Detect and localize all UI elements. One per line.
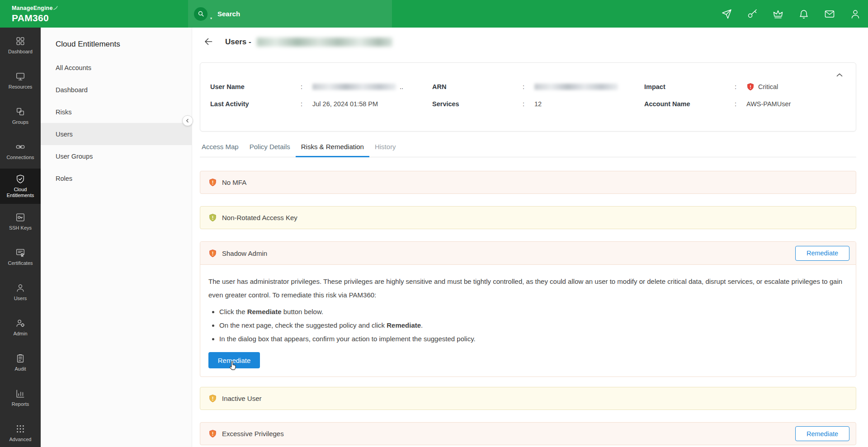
- secondary-sidebar-title: Cloud Entitlements: [41, 28, 192, 49]
- field-label: Last Activity: [210, 100, 301, 108]
- user-account-icon[interactable]: [850, 9, 861, 19]
- field-arn: ARN :: [432, 81, 644, 93]
- topbar: ManageEngine PAM360 ▾ Search: [0, 0, 868, 28]
- sidebar-item-label: Groups: [11, 119, 30, 125]
- brand-swoosh-icon: [53, 4, 58, 11]
- key-icon[interactable]: [747, 9, 758, 19]
- dashboard-icon: [15, 36, 25, 46]
- risk-list: No MFA Non-Rotated Access Key Shadow Adm…: [200, 171, 856, 445]
- risk-card-excessive-privileges[interactable]: Excessive Privileges Remediate: [200, 422, 856, 445]
- field-value: [534, 84, 618, 90]
- risk-shield-icon: [208, 178, 217, 187]
- subnav-label: All Accounts: [56, 64, 91, 71]
- sidebar-item-label: Resources: [7, 84, 34, 90]
- risk-card-shadow-admin: Shadow Admin Remediate The user has admi…: [200, 241, 856, 377]
- search-icon: [194, 7, 208, 21]
- subnav-item-users[interactable]: Users: [41, 123, 192, 145]
- mail-icon[interactable]: [824, 9, 835, 19]
- user-details-grid: User Name : .. ARN : Impact : Cr: [200, 63, 856, 110]
- main-content: Users - User Name : .. ARN : Impac: [192, 28, 868, 447]
- remediate-action-button[interactable]: Remediate: [208, 352, 260, 368]
- remediate-button-shadow-admin[interactable]: Remediate: [795, 246, 849, 261]
- tab-access-map[interactable]: Access Map: [200, 142, 244, 157]
- search-scope-caret-icon: ▾: [210, 16, 212, 20]
- page-title: Users -: [225, 38, 251, 47]
- tab-risks-remediation[interactable]: Risks & Remediation: [296, 142, 369, 157]
- sidebar-item-dashboard[interactable]: Dashboard: [0, 28, 41, 63]
- sidebar-item-users[interactable]: Users: [0, 274, 41, 310]
- brand-name: ManageEngine: [12, 5, 53, 11]
- risk-shield-icon: [208, 249, 217, 258]
- subnav-item-user-groups[interactable]: User Groups: [41, 145, 192, 167]
- ssh-keys-icon: [15, 212, 25, 222]
- sidebar-item-connections[interactable]: Connections: [0, 133, 41, 169]
- redacted-arn-value: [534, 84, 618, 90]
- risk-card-header[interactable]: Shadow Admin Remediate: [200, 242, 856, 265]
- subnav-item-all-accounts[interactable]: All Accounts: [41, 56, 192, 79]
- risk-card-body: The user has administrator privileges. T…: [200, 265, 856, 376]
- sidebar-item-resources[interactable]: Resources: [0, 63, 41, 98]
- sidebar-item-admin[interactable]: Admin: [0, 310, 41, 345]
- field-label: ARN: [432, 83, 523, 90]
- sidebar-item-label: Advanced: [8, 437, 33, 442]
- connections-icon: [15, 142, 25, 152]
- colon: :: [523, 100, 534, 108]
- field-account-name: Account Name : AWS-PAMUser: [644, 98, 847, 110]
- risk-label: Excessive Privileges: [222, 430, 284, 438]
- sidebar-item-label: Admin: [12, 331, 28, 337]
- certificates-icon: [15, 248, 25, 258]
- field-label: Impact: [644, 83, 735, 90]
- groups-icon: [15, 107, 25, 117]
- back-button[interactable]: [203, 36, 214, 48]
- chevron-left-icon: [184, 117, 192, 125]
- step-text: In the dialog box that appears, confirm …: [219, 335, 476, 343]
- risk-shield-icon: [208, 429, 217, 438]
- user-details-card: User Name : .. ARN : Impact : Cr: [200, 62, 856, 132]
- search-placeholder: Search: [217, 10, 240, 18]
- sidebar-item-label: Users: [13, 296, 28, 301]
- subnav-label: Risks: [56, 108, 71, 116]
- tab-history[interactable]: History: [369, 142, 401, 157]
- product-name: PAM360: [12, 13, 58, 23]
- card-collapse-button[interactable]: [834, 70, 845, 81]
- subnav-item-roles[interactable]: Roles: [41, 167, 192, 189]
- risk-shield-icon: [208, 213, 217, 222]
- subnav-item-dashboard[interactable]: Dashboard: [41, 79, 192, 101]
- sidebar-item-label: Audit: [13, 366, 27, 372]
- subnav-item-risks[interactable]: Risks: [41, 101, 192, 123]
- field-label: Account Name: [644, 100, 735, 108]
- remediate-button-excessive-privileges[interactable]: Remediate: [795, 426, 849, 441]
- redacted-user-name-value: [312, 84, 396, 90]
- risk-card-no-mfa[interactable]: No MFA: [200, 171, 856, 194]
- sidebar-item-groups[interactable]: Groups: [0, 98, 41, 133]
- crown-icon[interactable]: [773, 9, 783, 19]
- monitor-icon: [15, 71, 25, 81]
- field-impact: Impact : Critical: [644, 81, 847, 93]
- sidebar-item-ssh-keys[interactable]: SSH Keys: [0, 204, 41, 239]
- tab-policy-details[interactable]: Policy Details: [244, 142, 296, 157]
- risk-card-inactive-user[interactable]: Inactive User: [200, 387, 856, 410]
- send-icon[interactable]: [721, 9, 732, 19]
- field-last-activity: Last Activity : Jul 26, 2024 01:58 PM: [200, 98, 432, 110]
- sidebar-item-label: Cloud Entitlements: [0, 187, 41, 198]
- subnav-label: Dashboard: [56, 86, 88, 94]
- remediation-steps: Click the Remediate button below. On the…: [208, 305, 845, 346]
- sidebar-item-reports[interactable]: Reports: [0, 380, 41, 415]
- sidebar-item-label: Connections: [5, 155, 35, 160]
- sidebar-item-audit[interactable]: Audit: [0, 345, 41, 380]
- sidebar-item-advanced[interactable]: Advanced: [0, 415, 41, 447]
- sidebar-collapse-button[interactable]: [182, 115, 193, 126]
- risk-card-non-rotated-access-key[interactable]: Non-Rotated Access Key: [200, 206, 856, 229]
- chevron-up-icon: [835, 70, 844, 80]
- admin-icon: [15, 318, 25, 328]
- sidebar-item-cloud-entitlements[interactable]: Cloud Entitlements: [0, 169, 41, 204]
- step-text: button below.: [282, 308, 324, 315]
- subnav-label: Users: [56, 131, 73, 138]
- brand-logo[interactable]: ManageEngine PAM360: [12, 4, 58, 23]
- search-input[interactable]: ▾ Search: [188, 0, 392, 28]
- bell-icon[interactable]: [798, 9, 809, 19]
- sidebar-item-certificates[interactable]: Certificates: [0, 239, 41, 274]
- step-text: On the next page, check the suggested po…: [219, 321, 387, 329]
- field-value: Critical: [746, 83, 778, 91]
- field-services: Services : 12: [432, 98, 644, 110]
